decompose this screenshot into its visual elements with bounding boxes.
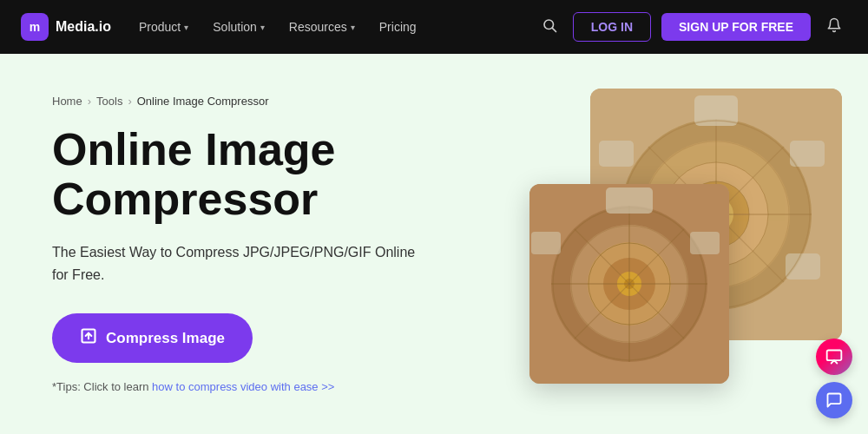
logo-icon: m (21, 13, 49, 41)
breadcrumb-current: Online Image Compressor (137, 95, 269, 108)
nav-items: Product ▾ Solution ▾ Resources ▾ Pricing (128, 13, 427, 41)
upload-icon (80, 327, 97, 349)
breadcrumb-sep-2: › (128, 95, 131, 108)
nav-pricing[interactable]: Pricing (369, 13, 427, 41)
breadcrumb-tools[interactable]: Tools (96, 95, 122, 108)
breadcrumb: Home › Tools › Online Image Compressor (52, 95, 503, 108)
chevron-down-icon: ▾ (260, 23, 265, 32)
svg-rect-38 (606, 187, 653, 214)
tips-text: *Tips: Click to learn how to compress vi… (52, 380, 503, 393)
nav-solution[interactable]: Solution ▾ (202, 13, 275, 41)
breadcrumb-sep-1: › (88, 95, 91, 108)
logo[interactable]: m Media.io (21, 13, 111, 41)
bell-icon[interactable] (821, 12, 847, 43)
svg-rect-40 (531, 232, 561, 254)
svg-rect-17 (786, 253, 820, 279)
navbar: m Media.io Product ▾ Solution ▾ Resource… (0, 0, 868, 54)
hero-title: Online Image Compressor (52, 125, 503, 224)
search-icon[interactable] (536, 12, 562, 43)
signup-button[interactable]: SIGN UP FOR FREE (661, 13, 811, 41)
nav-right: LOG IN SIGN UP FOR FREE (536, 12, 847, 43)
nav-product[interactable]: Product ▾ (128, 13, 199, 41)
chevron-down-icon: ▾ (351, 23, 355, 32)
breadcrumb-home[interactable]: Home (52, 95, 82, 108)
logo-text: Media.io (56, 19, 111, 35)
svg-rect-39 (690, 232, 720, 254)
hero-image-front (529, 184, 729, 384)
login-button[interactable]: LOG IN (573, 12, 651, 42)
chat-bubble-top-button[interactable] (816, 339, 852, 375)
hero-subtitle: The Easiest Way to Compress JPG/JPEG/PNG… (52, 241, 417, 286)
hero-image-area (529, 89, 842, 384)
chat-widget (816, 339, 852, 418)
svg-line-1 (552, 28, 556, 31)
hero-content: Home › Tools › Online Image Compressor O… (52, 95, 503, 394)
tips-link[interactable]: how to compress video with ease >> (152, 380, 334, 393)
nav-resources[interactable]: Resources ▾ (279, 13, 365, 41)
svg-rect-18 (599, 141, 634, 167)
chat-bubble-bottom-button[interactable] (816, 382, 852, 418)
svg-rect-41 (827, 351, 842, 361)
compress-image-button[interactable]: Compress Image (52, 313, 253, 363)
chevron-down-icon: ▾ (184, 23, 188, 32)
hero-section: Home › Tools › Online Image Compressor O… (0, 54, 868, 434)
